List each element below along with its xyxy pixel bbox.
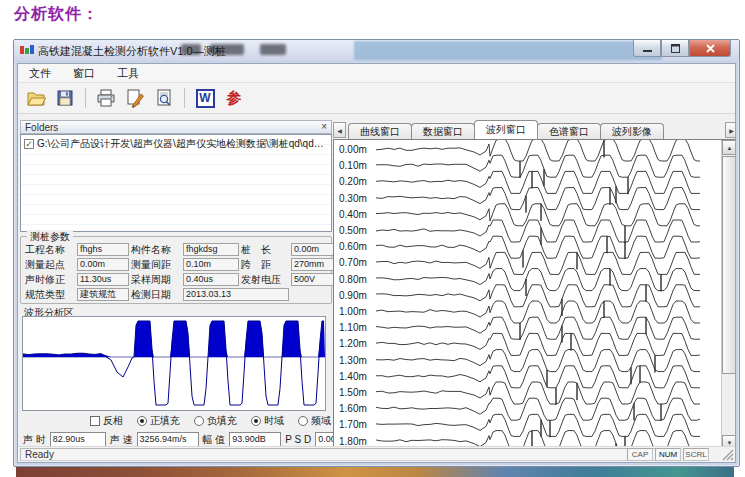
depth-label: 1.20m xyxy=(339,338,375,349)
menu-tools[interactable]: 工具 xyxy=(114,65,142,82)
folders-list: ✓ G:\公司产品设计开发\超声仪器\超声仪实地检测数据\测桩qd\qd03\q… xyxy=(20,134,332,232)
radio-icon[interactable] xyxy=(137,416,147,426)
radio-icon[interactable] xyxy=(194,416,204,426)
cap-indicator: CAP xyxy=(627,448,653,461)
depth-label: 0.80m xyxy=(339,274,375,285)
param-value: fhgkdsg xyxy=(183,243,239,256)
resize-grip-icon[interactable] xyxy=(722,449,734,461)
print-button[interactable] xyxy=(94,86,118,110)
time-domain-radio[interactable]: 时域 xyxy=(251,414,284,428)
word-icon: W xyxy=(196,89,215,108)
num-indicator: NUM xyxy=(655,448,681,461)
depth-label: 0.90m xyxy=(339,290,375,301)
client-area: 文件 窗口 工具 xyxy=(17,63,736,463)
folder-item[interactable]: ✓ G:\公司产品设计开发\超声仪器\超声仪实地检测数据\测桩qd\qd03\q… xyxy=(24,137,328,151)
wavetrain-traces xyxy=(376,140,706,450)
pile-params-group: 测桩参数 工程名称 fhghs 构件名称 fhgkdsg 桩 长 0.00m 测… xyxy=(20,236,332,304)
param-value: 0.40us xyxy=(183,273,239,286)
close-icon xyxy=(706,44,715,53)
page-heading: 分析软件： xyxy=(14,4,99,25)
printer-icon xyxy=(96,88,116,108)
close-button[interactable] xyxy=(689,40,731,57)
tab-scroll-left-icon[interactable]: ◀ xyxy=(333,122,346,138)
param-label: 测量起点 xyxy=(25,258,75,272)
fill-negative-label: 负填充 xyxy=(207,414,237,428)
depth-label: 0.30m xyxy=(339,193,375,204)
tab-curve-window[interactable]: 曲线窗口 xyxy=(348,123,412,139)
radio-icon[interactable] xyxy=(251,416,261,426)
checkbox-icon[interactable] xyxy=(90,416,100,426)
param-value: 0.10m xyxy=(183,258,239,271)
params-icon: 参 xyxy=(227,89,242,108)
status-text: Ready xyxy=(20,448,660,461)
page-pen-icon xyxy=(125,88,145,108)
tab-bar: ◀ 曲线窗口 数据窗口 波列窗口 色谱窗口 波列影像 ▶ xyxy=(333,120,736,139)
sound-time-label: 声 时 xyxy=(23,433,46,447)
param-label: 工程名称 xyxy=(25,243,75,257)
param-label: 测量间距 xyxy=(131,258,181,272)
tab-wavetrain-window[interactable]: 波列窗口 xyxy=(474,120,538,139)
wave-row xyxy=(376,350,700,387)
param-label: 构件名称 xyxy=(131,243,181,257)
sound-velocity-field[interactable]: 3256.94m/s xyxy=(137,432,199,447)
params-button[interactable]: 参 xyxy=(222,86,246,110)
menu-window[interactable]: 窗口 xyxy=(70,65,98,82)
wave-row xyxy=(376,220,700,259)
freq-domain-radio[interactable]: 频域 xyxy=(298,414,331,428)
wave-row xyxy=(376,236,700,267)
param-value: 11.30us xyxy=(77,273,129,286)
param-label: 声时修正 xyxy=(25,273,75,287)
word-button[interactable]: W xyxy=(193,86,217,110)
param-label: 桩 长 xyxy=(241,243,289,257)
open-button[interactable] xyxy=(24,86,48,110)
menu-file[interactable]: 文件 xyxy=(26,65,54,82)
folders-panel-header[interactable]: Folders × xyxy=(20,120,332,134)
fill-negative-radio[interactable]: 负填充 xyxy=(194,414,237,428)
readouts-row: 声 时 82.90us 声 速 3256.94m/s 幅 值 93.90dB P… xyxy=(23,432,373,447)
depth-label: 1.10m xyxy=(339,322,375,333)
sound-time-field[interactable]: 82.90us xyxy=(50,432,106,447)
depth-label: 1.80m xyxy=(339,436,375,447)
wave-row xyxy=(376,317,700,342)
tab-scroll-right-icon[interactable]: ▶ xyxy=(725,122,736,138)
param-label: 规范类型 xyxy=(25,288,75,302)
waveform-controls: 反相 正填充 负填充 时域 频域 xyxy=(90,414,331,428)
wavetrain-area[interactable]: 0.00m0.10m0.20m0.30m0.40m0.50m0.60m0.70m… xyxy=(333,139,736,451)
depth-label: 0.60m xyxy=(339,241,375,252)
save-button[interactable] xyxy=(53,86,77,110)
checkbox-checked-icon[interactable]: ✓ xyxy=(24,139,34,149)
wave-row xyxy=(376,414,700,450)
param-value: 0.00m xyxy=(77,258,129,271)
param-label: 采样周期 xyxy=(131,273,181,287)
tab-wavetrain-image[interactable]: 波列影像 xyxy=(600,123,664,139)
desktop-background xyxy=(16,467,734,477)
minimize-button[interactable] xyxy=(633,40,661,57)
depth-label: 0.20m xyxy=(339,176,375,187)
caption-buttons xyxy=(633,40,731,57)
window-title: 高铁建混凝土检测分析软件V1.0—测桩 xyxy=(38,44,226,59)
param-value standard-type-combo[interactable]: 建筑规范 xyxy=(77,288,129,301)
tab-data-window[interactable]: 数据窗口 xyxy=(411,123,475,139)
amplitude-label: 幅 值 xyxy=(203,433,226,447)
radio-icon[interactable] xyxy=(298,416,308,426)
maximize-button[interactable] xyxy=(661,40,689,57)
fill-positive-radio[interactable]: 正填充 xyxy=(137,414,180,428)
page-magnifier-icon xyxy=(154,88,174,108)
export-button[interactable] xyxy=(123,86,147,110)
preview-button[interactable] xyxy=(152,86,176,110)
screen: 分析软件： 高铁建混凝土检测分析软件V1.0—测桩 xyxy=(0,0,745,477)
status-bar: Ready CAP NUM SCRL xyxy=(18,446,735,462)
waveform-analysis-box[interactable] xyxy=(22,316,326,411)
invert-checkbox[interactable]: 反相 xyxy=(90,414,123,428)
wave-row xyxy=(376,188,700,213)
amplitude-field[interactable]: 93.90dB xyxy=(229,432,281,447)
depth-label: 1.60m xyxy=(339,403,375,414)
folders-close-icon[interactable]: × xyxy=(321,122,327,132)
scroll-up-icon[interactable]: ▲ xyxy=(722,140,736,155)
titlebar[interactable]: 高铁建混凝土检测分析软件V1.0—测桩 xyxy=(14,40,739,61)
pile-params-grid: 工程名称 fhghs 构件名称 fhgkdsg 桩 长 0.00m 测量起点 0… xyxy=(25,242,329,302)
tab-spectrum-window[interactable]: 色谱窗口 xyxy=(537,123,601,139)
right-panel: ◀ 曲线窗口 数据窗口 波列窗口 色谱窗口 波列影像 ▶ 0.00m0.10m0… xyxy=(333,120,736,451)
scrollbar-thumb[interactable] xyxy=(722,156,736,374)
depth-label: 0.00m xyxy=(339,144,375,155)
